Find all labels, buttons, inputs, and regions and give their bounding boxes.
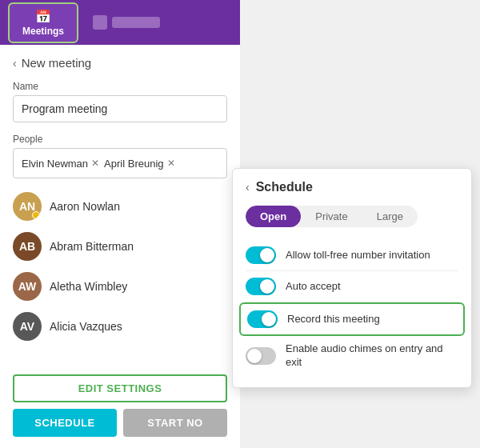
schedule-back-icon[interactable]: ‹ xyxy=(246,181,250,194)
toggle-thumb xyxy=(260,279,274,294)
back-arrow-icon[interactable]: ‹ xyxy=(13,57,17,70)
tab-large[interactable]: Large xyxy=(362,206,418,227)
contact-list: AN Aaron Nowlan AB Abram Bitterman AW Al… xyxy=(13,186,227,346)
toggle-thumb xyxy=(247,349,262,363)
bottom-buttons: EDIT SETTINGS SCHEDULE START NO xyxy=(0,366,240,448)
contact-name: Abram Bitterman xyxy=(50,240,134,253)
schedule-panel: ‹ Schedule Open Private Large Allow toll… xyxy=(232,168,472,388)
avatar: AV xyxy=(13,312,42,341)
contact-name: Aletha Wimbley xyxy=(50,280,127,293)
schedule-title: Schedule xyxy=(256,180,313,194)
start-now-button[interactable]: START NO xyxy=(123,409,227,437)
avatar: AW xyxy=(13,272,42,301)
nav-dot xyxy=(93,15,107,30)
toggle-row-chimes: Enable audio chimes on entry and exit xyxy=(246,336,458,376)
meeting-name-input[interactable] xyxy=(13,95,227,122)
contact-name: Alicia Vazques xyxy=(50,320,122,333)
meetings-tab[interactable]: 📅 Meetings xyxy=(8,2,78,43)
tab-private[interactable]: Private xyxy=(301,206,362,227)
left-panel: 📅 Meetings ‹ New meeting Name People Elv… xyxy=(0,0,240,448)
toggle-thumb xyxy=(262,312,276,326)
edit-settings-button[interactable]: EDIT SETTINGS xyxy=(13,374,227,402)
tag-name-april: April Breunig xyxy=(104,158,163,170)
tollfree-toggle[interactable] xyxy=(246,246,276,264)
tab-open[interactable]: Open xyxy=(246,206,301,227)
toggle-row-record: Record this meeting xyxy=(239,302,465,336)
record-toggle[interactable] xyxy=(247,310,278,328)
breadcrumb-title: New meeting xyxy=(22,56,92,70)
chimes-toggle[interactable] xyxy=(246,347,276,365)
chimes-label: Enable audio chimes on entry and exit xyxy=(286,342,458,370)
avatar: AB xyxy=(13,232,42,261)
list-item[interactable]: AW Aletha Wimbley xyxy=(13,266,227,306)
toggle-row-autoaccept: Auto accept xyxy=(246,271,458,302)
list-item[interactable]: AN Aaron Nowlan xyxy=(13,186,227,226)
autoaccept-label: Auto accept xyxy=(286,280,341,294)
list-item[interactable]: AB Abram Bitterman xyxy=(13,226,227,266)
meetings-tab-label: Meetings xyxy=(22,26,64,37)
people-box[interactable]: Elvin Newman ✕ April Breunig ✕ xyxy=(13,148,227,178)
remove-april-icon[interactable]: ✕ xyxy=(167,158,175,169)
contact-name: Aaron Nowlan xyxy=(50,200,120,213)
action-buttons: SCHEDULE START NO xyxy=(13,409,227,437)
top-nav: 📅 Meetings xyxy=(0,0,240,45)
breadcrumb: ‹ New meeting xyxy=(0,45,240,78)
tollfree-label: Allow toll-free number invitation xyxy=(286,249,430,262)
form-area: Name People Elvin Newman ✕ April Breunig… xyxy=(0,78,240,366)
tag-name-elvin: Elvin Newman xyxy=(22,158,88,170)
record-label: Record this meeting xyxy=(287,313,380,326)
calendar-icon: 📅 xyxy=(35,9,51,24)
people-label: People xyxy=(13,134,227,145)
schedule-tabs: Open Private Large xyxy=(246,206,418,227)
name-label: Name xyxy=(13,81,227,92)
tag-elvin: Elvin Newman ✕ xyxy=(22,158,99,170)
schedule-header: ‹ Schedule xyxy=(246,180,458,194)
list-item[interactable]: AV Alicia Vazques xyxy=(13,306,227,346)
remove-elvin-icon[interactable]: ✕ xyxy=(91,158,99,169)
nav-bar-text xyxy=(112,17,160,28)
avatar: AN xyxy=(13,192,42,221)
toggle-row-tollfree: Allow toll-free number invitation xyxy=(246,240,458,271)
schedule-button[interactable]: SCHEDULE xyxy=(13,409,117,437)
nav-placeholder xyxy=(93,15,160,30)
toggle-thumb xyxy=(260,248,274,262)
autoaccept-toggle[interactable] xyxy=(246,278,276,295)
status-dot xyxy=(32,211,40,219)
tag-april: April Breunig ✕ xyxy=(104,158,174,170)
